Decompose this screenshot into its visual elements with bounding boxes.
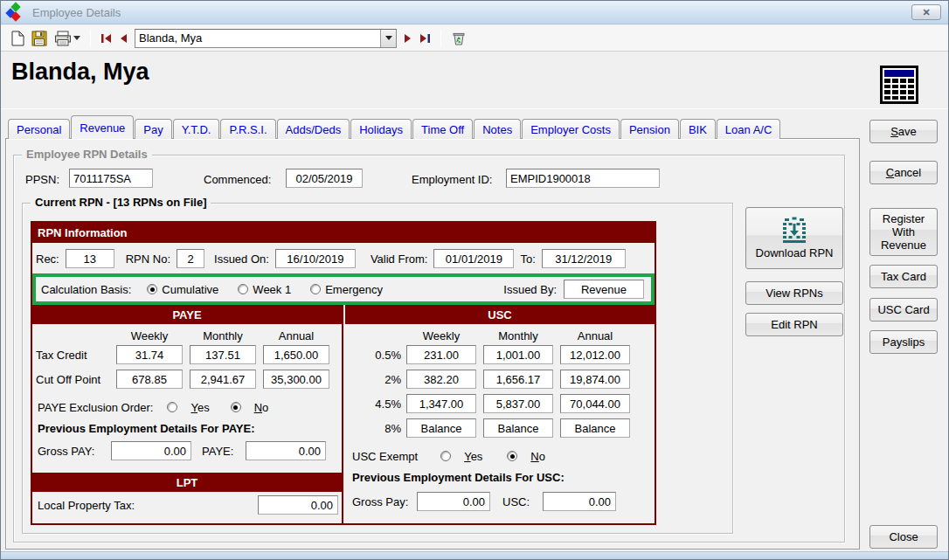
close-button[interactable]: Close xyxy=(869,525,938,549)
ppsn-field[interactable]: 7011175SA xyxy=(69,169,153,188)
local-property-tax-row: Local Property Tax: 0.00 xyxy=(38,495,338,515)
usc-8-monthly-field[interactable]: Balance xyxy=(483,418,553,438)
usc-amount-field[interactable]: 0.00 xyxy=(543,492,616,511)
save-record-button[interactable] xyxy=(28,28,51,49)
usc-2-monthly-field[interactable]: 1,656.17 xyxy=(483,370,553,389)
valid-to-field[interactable]: 31/12/2019 xyxy=(542,249,626,268)
employment-id-label: Employment ID: xyxy=(412,173,492,186)
usc-8-weekly-field[interactable]: Balance xyxy=(406,418,476,438)
valid-from-field[interactable]: 01/01/2019 xyxy=(433,249,514,268)
usc-exempt-yes-radio[interactable] xyxy=(440,451,451,461)
usc-2-annual-field[interactable]: 19,874.00 xyxy=(560,370,630,389)
usc-gross-pay-field[interactable]: 0.00 xyxy=(417,492,490,511)
employment-id-field[interactable]: EMPID1900018 xyxy=(506,169,660,188)
tab-ytd[interactable]: Y.T.D. xyxy=(173,119,220,139)
cut-off-monthly-field[interactable]: 2,941.67 xyxy=(190,370,256,389)
download-rpn-button[interactable]: Download RPN xyxy=(745,207,843,269)
gross-pay-field[interactable]: 0.00 xyxy=(111,441,191,460)
next-record-button[interactable] xyxy=(400,28,416,49)
issued-on-label: Issued On: xyxy=(214,252,269,266)
titlebar: Employee Details ✕ xyxy=(1,1,948,24)
tab-holidays[interactable]: Holidays xyxy=(350,119,412,139)
usc-monthly-header: Monthly xyxy=(483,329,553,342)
usc-rate-row-2: 2% 382.20 1,656.17 19,874.00 xyxy=(349,370,637,389)
combobox-dropdown-button[interactable] xyxy=(380,30,396,47)
print-dropdown-caret-icon[interactable] xyxy=(73,36,80,40)
payslips-button[interactable]: Payslips xyxy=(869,330,938,354)
radio-cumulative-label: Cumulative xyxy=(162,283,218,296)
usc-0-5-monthly-field[interactable]: 1,001.00 xyxy=(483,345,553,364)
new-record-button[interactable] xyxy=(8,28,28,49)
last-record-button[interactable] xyxy=(416,28,434,49)
radio-week1[interactable] xyxy=(238,284,248,294)
toolbar-separator xyxy=(90,30,91,47)
usc-2-weekly-field[interactable]: 382.20 xyxy=(406,370,476,389)
usc-4-5-annual-field[interactable]: 70,044.00 xyxy=(560,394,630,413)
radio-emergency[interactable] xyxy=(310,284,321,294)
usc-0-5-annual-field[interactable]: 12,012.00 xyxy=(560,345,630,364)
paye-exclusion-no-radio[interactable] xyxy=(231,402,241,412)
employee-record-combobox[interactable]: Blanda, Mya xyxy=(135,29,397,48)
paye-exclusion-yes-radio[interactable] xyxy=(167,402,177,412)
spreadsheet-grid-icon[interactable] xyxy=(880,66,918,104)
rpn-no-label: RPN No: xyxy=(126,252,170,266)
issued-on-field[interactable]: 16/10/2019 xyxy=(275,249,356,268)
delete-record-button[interactable] xyxy=(447,28,470,49)
previous-record-button[interactable] xyxy=(115,28,131,49)
edit-rpn-button[interactable]: Edit RPN xyxy=(745,313,843,336)
toolbar-separator xyxy=(440,30,441,47)
tab-loan-ac[interactable]: Loan A/C xyxy=(717,119,781,139)
cut-off-weekly-field[interactable]: 678.85 xyxy=(116,370,183,389)
paye-amount-label: PAYE: xyxy=(202,445,246,458)
issued-by-field[interactable]: Revenue xyxy=(564,280,644,299)
first-record-button[interactable] xyxy=(97,28,115,49)
paye-column: PAYE Weekly Monthly Annual Tax Credit 31… xyxy=(32,305,343,525)
usc-rate-row-8: 8% Balance Balance Balance xyxy=(349,418,637,438)
paye-exclusion-order-row: PAYE Exclusion Order: Yes No xyxy=(38,398,268,417)
paye-amount-field[interactable]: 0.00 xyxy=(246,441,326,460)
usc-4-5-monthly-field[interactable]: 5,837.00 xyxy=(483,394,553,413)
tab-prsi[interactable]: P.R.S.I. xyxy=(220,119,275,139)
tax-credit-monthly-field[interactable]: 137.51 xyxy=(190,345,256,364)
usc-8-annual-field[interactable]: Balance xyxy=(560,418,630,438)
local-property-tax-field[interactable]: 0.00 xyxy=(258,495,338,515)
tab-bik[interactable]: BIK xyxy=(680,119,716,139)
usc-0-5-weekly-field[interactable]: 231.00 xyxy=(406,345,476,364)
tab-pension[interactable]: Pension xyxy=(620,119,679,139)
tab-revenue[interactable]: Revenue xyxy=(71,115,134,139)
tab-personal[interactable]: Personal xyxy=(8,119,70,139)
usc-rate-row-0-5: 0.5% 231.00 1,001.00 12,012.00 xyxy=(349,345,637,364)
download-rpn-icon xyxy=(779,217,810,245)
app-icon xyxy=(6,3,24,21)
window-close-button[interactable]: ✕ xyxy=(911,4,941,20)
register-with-revenue-button[interactable]: Register With Revenue xyxy=(869,208,938,256)
rpn-no-field[interactable]: 2 xyxy=(177,249,204,268)
employee-details-window: Employee Details ✕ Blanda, Mya xyxy=(0,0,949,560)
usc-exempt-no-label: No xyxy=(530,450,545,463)
tab-adds-deds[interactable]: Adds/Deds xyxy=(277,119,350,139)
tax-credit-annual-field[interactable]: 1,650.00 xyxy=(263,345,329,364)
cancel-button[interactable]: Cancel xyxy=(869,161,938,184)
save-icon xyxy=(31,31,47,46)
usc-card-button[interactable]: USC Card xyxy=(869,298,938,321)
tab-notes[interactable]: Notes xyxy=(474,119,521,139)
valid-from-label: Valid From: xyxy=(371,252,428,266)
radio-cumulative[interactable] xyxy=(147,284,157,294)
view-rpns-button[interactable]: View RPNs xyxy=(745,281,843,305)
paye-header: PAYE xyxy=(32,305,342,324)
ppsn-label: PPSN: xyxy=(25,173,59,186)
rec-field[interactable]: 13 xyxy=(66,249,114,268)
tax-card-button[interactable]: Tax Card xyxy=(869,265,938,288)
cut-off-annual-field[interactable]: 35,300.00 xyxy=(263,370,329,389)
save-button[interactable]: Save xyxy=(869,120,938,143)
print-button[interactable] xyxy=(51,28,84,49)
paye-column-headers: Weekly Monthly Annual xyxy=(36,326,340,345)
commenced-field[interactable]: 02/05/2019 xyxy=(286,169,363,188)
usc-weekly-header: Weekly xyxy=(406,329,476,342)
tax-credit-weekly-field[interactable]: 31.74 xyxy=(116,345,183,364)
tab-employer-costs[interactable]: Employer Costs xyxy=(522,119,620,139)
tab-pay[interactable]: Pay xyxy=(135,119,171,139)
usc-exempt-no-radio[interactable] xyxy=(507,451,517,461)
usc-4-5-weekly-field[interactable]: 1,347.00 xyxy=(406,394,476,413)
tab-time-off[interactable]: Time Off xyxy=(412,119,473,139)
